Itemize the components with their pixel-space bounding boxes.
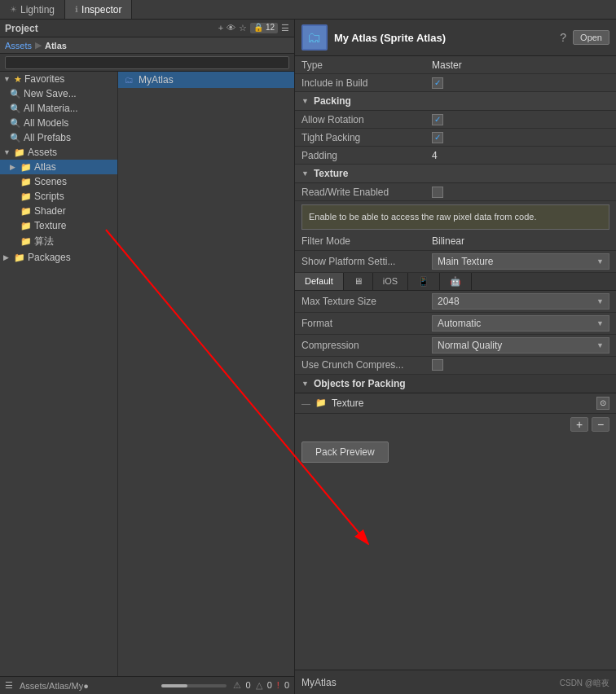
atlas-folder-item[interactable]: ▶ 📁 Atlas xyxy=(0,160,117,174)
packing-circle-btn[interactable]: ⊙ xyxy=(596,397,609,410)
open-button[interactable]: Open xyxy=(573,30,609,45)
inspector-header: 🗂 My Atlas (Sprite Atlas) ? Open xyxy=(295,20,616,56)
include-in-build-checkbox[interactable] xyxy=(432,77,443,89)
warning-count: 0 xyxy=(246,680,251,691)
bottom-status: ☰ Assets/Atlas/My● ⚠ 0 △ 0 ! 0 xyxy=(0,676,294,694)
texture-folder-item[interactable]: ▶ 📁 Texture xyxy=(0,218,117,233)
allow-rotation-row: Allow Rotation xyxy=(295,111,616,129)
inspector-content: Type Master Include in Build ▼ Packing A… xyxy=(295,56,616,670)
max-texture-value: 2048 xyxy=(438,296,460,307)
format-label: Format xyxy=(301,318,432,329)
atlas-label: Atlas xyxy=(34,161,56,173)
dropdown-arrow-icon: ▼ xyxy=(596,257,604,266)
tooltip-box: Enable to be able to access the raw pixe… xyxy=(301,204,609,230)
search-prefabs-icon: 🔍 xyxy=(10,133,21,143)
scenes-folder-item[interactable]: ▶ 📁 Scenes xyxy=(0,174,117,189)
platform-tab-default-label: Default xyxy=(305,276,333,286)
fav-all-prefabs[interactable]: 🔍 All Prefabs xyxy=(0,130,117,145)
scripts-folder-icon: 📁 xyxy=(20,191,32,202)
myatlas-file-icon: 🗂 xyxy=(125,75,134,85)
tab-lighting-label: Lighting xyxy=(20,4,55,15)
tight-packing-checkbox[interactable] xyxy=(432,132,443,143)
mobile-platform-icon: 📱 xyxy=(418,276,429,287)
compression-dropdown[interactable]: Normal Quality ▼ xyxy=(432,337,609,354)
myatlas-file-item[interactable]: 🗂 MyAtlas xyxy=(118,72,294,88)
help-icon[interactable]: ? xyxy=(560,31,566,44)
shader-folder-item[interactable]: ▶ 📁 Shader xyxy=(0,204,117,218)
assets-item[interactable]: ▼ 📁 Assets xyxy=(0,145,117,160)
compression-arrow-icon: ▼ xyxy=(596,341,604,349)
include-in-build-row: Include in Build xyxy=(295,74,616,92)
texture-section-header[interactable]: ▼ Texture xyxy=(295,165,616,183)
eye-icon[interactable]: 👁 xyxy=(227,23,235,33)
favorites-item[interactable]: ▼ ★ Favorites xyxy=(0,72,117,86)
remove-packing-button[interactable]: − xyxy=(592,417,609,432)
favorites-arrow: ▼ xyxy=(3,75,11,83)
filter-mode-value: Bilinear xyxy=(432,235,609,247)
chinese-folder-item[interactable]: ▶ 📁 算法 xyxy=(0,233,117,250)
tree-panel: ▼ ★ Favorites 🔍 New Save... 🔍 All Materi… xyxy=(0,72,294,676)
breadcrumb-root[interactable]: Assets xyxy=(5,41,32,51)
bottom-menu-icon[interactable]: ☰ xyxy=(5,680,13,691)
platform-tabs: Default 🖥 iOS 📱 🤖 xyxy=(295,273,616,291)
progress-bar xyxy=(161,684,227,687)
fav-all-materials[interactable]: 🔍 All Materia... xyxy=(0,101,117,116)
platform-tab-mobile[interactable]: 📱 xyxy=(408,273,440,290)
add-icon[interactable]: + xyxy=(218,23,223,33)
pack-preview-button[interactable]: Pack Preview xyxy=(301,441,389,463)
read-write-checkbox[interactable] xyxy=(432,187,443,198)
project-panel: Project + 👁 ☆ 🔒 12 ☰ Assets ▶ Atlas xyxy=(0,20,295,694)
platform-tab-desktop[interactable]: 🖥 xyxy=(344,273,373,290)
show-platform-value: Main Texture xyxy=(438,256,493,267)
crunch-checkbox[interactable] xyxy=(432,359,443,371)
fav-all-models[interactable]: 🔍 All Models xyxy=(0,116,117,130)
format-value: Automatic xyxy=(438,318,481,329)
packages-label: Packages xyxy=(28,252,71,263)
platform-tab-android[interactable]: 🤖 xyxy=(440,273,472,290)
read-write-label: Read/Write Enabled xyxy=(301,187,432,198)
format-dropdown[interactable]: Automatic ▼ xyxy=(432,315,609,332)
objects-title: Objects for Packing xyxy=(314,378,609,389)
lock-icon: 🔒 xyxy=(253,23,263,32)
project-header: Project + 👁 ☆ 🔒 12 ☰ xyxy=(0,20,294,37)
include-in-build-label: Include in Build xyxy=(301,77,432,89)
filter-mode-row: Filter Mode Bilinear xyxy=(295,233,616,251)
packing-section-header[interactable]: ▼ Packing xyxy=(295,92,616,111)
tab-lighting[interactable]: ☀ Lighting xyxy=(0,0,65,19)
triangle-count: 0 xyxy=(267,680,272,691)
fav-new-save-label: New Save... xyxy=(24,88,77,99)
fav-all-prefabs-label: All Prefabs xyxy=(24,132,71,143)
desktop-platform-icon: 🖥 xyxy=(354,276,363,286)
breadcrumb-sep: ▶ xyxy=(35,40,42,51)
search-models-icon: 🔍 xyxy=(10,118,21,129)
fav-new-save[interactable]: 🔍 New Save... xyxy=(0,86,117,101)
packing-arrow-icon: ▼ xyxy=(301,97,309,105)
read-write-row: Read/Write Enabled xyxy=(295,183,616,201)
texture-folder-icon: 📁 xyxy=(20,221,32,231)
packing-section-label: Packing xyxy=(314,95,351,107)
badge-count: 🔒 12 xyxy=(250,23,278,33)
show-platform-dropdown[interactable]: Main Texture ▼ xyxy=(432,253,609,270)
breadcrumb-current: Atlas xyxy=(45,41,67,51)
max-texture-dropdown[interactable]: 2048 ▼ xyxy=(432,293,609,310)
scripts-folder-item[interactable]: ▶ 📁 Scripts xyxy=(0,189,117,204)
crunch-row: Use Crunch Compres... xyxy=(295,357,616,375)
padding-row: Padding 4 xyxy=(295,147,616,165)
compression-label: Compression xyxy=(301,340,432,351)
max-texture-row: Max Texture Size 2048 ▼ xyxy=(295,291,616,313)
add-packing-button[interactable]: + xyxy=(570,417,588,432)
inspector-right-icons: ? Open xyxy=(560,30,609,45)
filter-mode-label: Filter Mode xyxy=(301,235,432,247)
objects-arrow-icon: ▼ xyxy=(301,380,309,388)
ios-platform-label: iOS xyxy=(383,276,398,286)
platform-tab-default[interactable]: Default xyxy=(295,273,344,290)
star-icon[interactable]: ☆ xyxy=(239,23,247,33)
platform-tab-ios[interactable]: iOS xyxy=(373,273,408,290)
packages-item[interactable]: ▶ 📁 Packages xyxy=(0,250,117,265)
menu-icon[interactable]: ☰ xyxy=(281,23,289,33)
myatlas-file-label: MyAtlas xyxy=(139,74,174,86)
tab-inspector[interactable]: ℹ Inspector xyxy=(65,0,132,19)
allow-rotation-checkbox[interactable] xyxy=(432,114,443,125)
lighting-tab-icon: ☀ xyxy=(10,5,17,14)
search-input[interactable] xyxy=(5,56,289,69)
